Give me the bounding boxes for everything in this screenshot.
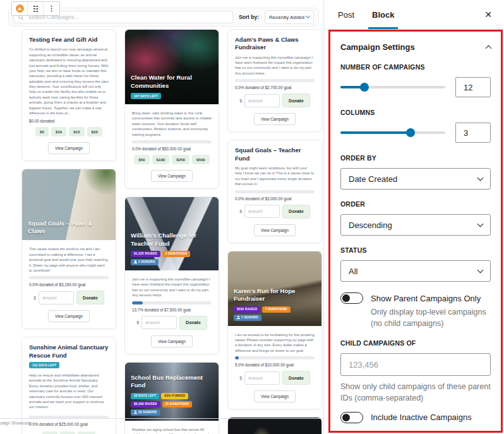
tab-post[interactable]: Post [338,0,354,29]
progress-bar [29,276,109,279]
suggested-amounts: $50 $100 $250 $500 [132,155,212,164]
block-options-button[interactable]: ⋮ [44,2,59,15]
campaign-title: Adam's Paws & Claws Fundraiser [235,36,315,52]
include-inactive-toggle[interactable] [340,412,363,423]
donate-button[interactable]: Donate [179,316,207,330]
donors-badge: 26 DONORS [131,409,160,416]
view-campaign-button[interactable]: View Campaign [254,113,296,125]
currency-symbol: $ [33,296,36,300]
view-campaign-button[interactable]: View Campaign [48,310,90,322]
campaign-description: Bring clean, safe drinking water to five… [132,111,212,137]
campaign-description: My goal might seem ambitious, but with y… [235,166,315,187]
currency-symbol: $ [239,209,242,214]
view-campaign-button[interactable]: View Campaign [254,390,296,402]
days-left-badge: 167 DAYS LEFT [131,93,161,99]
raised-badge: $6,560 RAISED [131,401,160,407]
charitable-logo-icon [16,4,24,13]
chevron-down-icon [477,267,484,274]
campaign-description: I am so excited to be fundraising for th… [235,332,315,354]
campaign-description: Help us rescue and rehabilitate abandone… [29,373,109,410]
campaign-card-sunshine: Sunshine Animal Sanctuary Rescue Fund 13… [21,337,116,434]
donated-text: 0.0% donated of $3,000.00 goal [235,196,315,201]
amount-button[interactable]: $25 [42,431,57,434]
include-inactive-label[interactable]: Include Inactive Campaigns [371,413,472,422]
campaign-image-fog: Karen's Run for Hope Fundraiser $500 RAI… [228,251,321,326]
amount-input[interactable] [244,205,280,218]
campaign-card-clean-water: Clean Water for Rural Communities 167 DA… [124,29,219,189]
donations-badge: 2 DONATIONS [162,251,191,257]
campaign-description: Replace our aging school bus that serves… [132,427,212,434]
order-by-select[interactable]: Date Created [340,168,491,190]
campaign-card-testing: Testing Fee and Gift Aid I'm thrilled to… [21,29,116,161]
campaign-title: Squad Goals – Teacher Fund [235,147,315,162]
amount-button[interactable]: $50 [60,431,75,434]
order-select[interactable]: Descending [340,214,491,236]
order-by-label: Order By [340,154,491,162]
amount-button[interactable]: $500 [192,155,210,164]
slider-thumb[interactable] [406,128,415,137]
view-campaign-button[interactable]: View Campaign [151,335,193,347]
donated-text: 0.0% donated of $2,700.00 goal [235,85,315,90]
panel-title: Campaign Settings [340,42,415,52]
columns-input[interactable] [455,123,491,143]
block-outline [0,418,323,419]
campaign-description: I'm thrilled to launch our new campaign … [29,47,109,116]
progress-bar [235,190,315,193]
donations-badge: 26 DONATIONS [162,401,193,407]
child-campaigns-input[interactable] [340,353,491,376]
donate-button[interactable]: Donate [282,93,310,107]
amount-input[interactable] [244,371,280,385]
campaign-title: Sunshine Animal Sanctuary Rescue Fund [29,344,109,359]
campaign-card-karens: Karen's Run for Hope Fundraiser $500 RAI… [227,251,322,410]
amount-button[interactable]: $100 [152,155,170,164]
amount-button[interactable]: $5 [35,127,49,136]
show-parent-campaigns-label[interactable]: Show Parent Campaigns Only [371,294,481,303]
campaign-image-sailboat: William's Challenge for Teacher Fund $1,… [125,197,219,270]
sort-select[interactable]: Recently Added [265,10,314,24]
days-left-badge: 28 DAYS LEFT [131,393,159,399]
campaign-image-aurora: Clean Water for Rural Communities 167 DA… [125,30,219,104]
campaign-description: Join me in supporting this incredible ca… [235,55,315,76]
show-parent-campaigns-help: Only display top-level campaigns (no chi… [371,306,491,329]
view-campaign-button[interactable]: View Campaign [151,170,193,182]
tab-block[interactable]: Block [372,0,394,29]
panel-header[interactable]: Campaign Settings [340,42,491,52]
donate-button[interactable]: Donate [282,371,310,385]
campaign-title: Squad Goals – Paws & Claws [28,220,110,236]
amount-input[interactable] [244,94,280,107]
amount-button[interactable]: $100 [78,431,95,434]
amount-button[interactable]: $10 [51,127,66,136]
child-campaigns-help: Show only child campaigns of these paren… [340,381,491,404]
amount-button[interactable]: $15 [69,127,84,136]
drag-handle[interactable] [28,2,44,15]
view-campaign-button[interactable]: View Campaign [254,224,296,236]
columns-slider[interactable] [340,131,445,134]
days-left-badge: 132 DAYS LEFT [29,362,59,368]
amount-input[interactable] [141,316,177,329]
donors-badge: 2 DONORS [131,259,159,265]
sidebar-header: Post Block ✕ [324,0,504,30]
campaign-title: William's Challenge for Teacher Fund [131,232,213,248]
number-of-campaigns-slider[interactable] [340,86,445,88]
block-type-button[interactable] [12,2,28,15]
close-sidebar-button[interactable]: ✕ [483,8,494,21]
slider-thumb[interactable] [360,83,369,92]
show-parent-campaigns-toggle[interactable] [340,292,363,304]
number-of-campaigns-input[interactable] [455,77,491,97]
amount-button[interactable]: $250 [172,155,189,164]
donate-button[interactable]: Donate [76,291,104,304]
amount-button[interactable]: $50 [134,155,149,164]
status-select[interactable]: All [340,260,491,282]
editor-canvas: ⋮ Sort by: Recently Added Testing Fee an… [0,0,323,434]
amount-input[interactable] [39,291,74,304]
donated-text: 5.0% donated of $10,000.00 goal [235,363,315,367]
block-toolbar: ⋮ [11,1,60,16]
campaign-card-night-city [227,417,322,434]
amount-button[interactable]: $20 [87,127,102,136]
order-label: Order [340,200,491,208]
view-campaign-button[interactable]: View Campaign [48,142,90,154]
person-icon [134,411,137,414]
donate-button[interactable]: Donate [282,205,310,219]
sort-value: Recently Added [269,15,304,20]
chevron-down-icon [477,175,484,181]
